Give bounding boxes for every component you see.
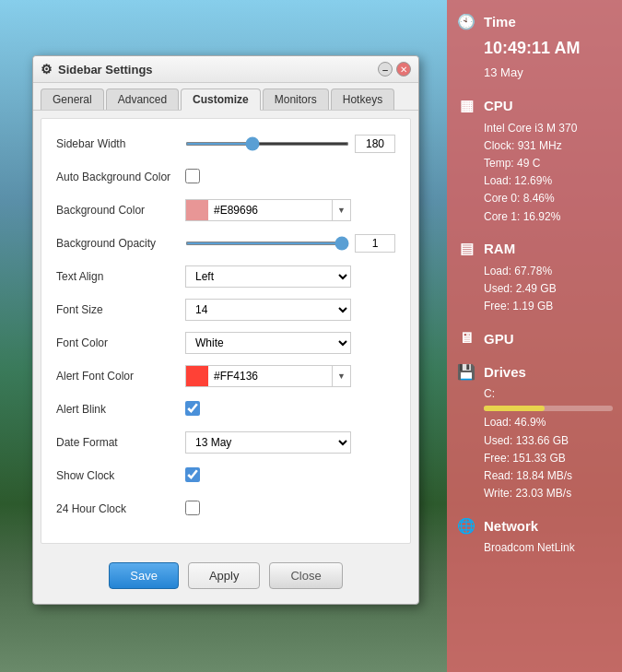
alert-font-color-hex: #FF4136 bbox=[208, 370, 332, 383]
bg-opacity-row: Background Opacity 1 bbox=[56, 231, 395, 255]
font-color-select[interactable]: White Black Red Blue bbox=[185, 332, 351, 354]
drive-progress-bar bbox=[484, 406, 613, 411]
text-align-select[interactable]: Left Center Right bbox=[185, 265, 351, 288]
alert-font-color-control: #FF4136 ▼ bbox=[185, 365, 395, 387]
alert-font-color-arrow: ▼ bbox=[332, 366, 350, 386]
cpu-icon: ▦ bbox=[456, 96, 476, 116]
date-format-label: Date Format bbox=[56, 436, 185, 449]
bg-color-dropdown[interactable]: #E89696 ▼ bbox=[185, 199, 351, 221]
dialog-titlebar: ⚙ Sidebar Settings – ✕ bbox=[33, 56, 418, 83]
dialog-title-left: ⚙ Sidebar Settings bbox=[41, 62, 153, 77]
auto-bg-color-checkbox[interactable] bbox=[185, 169, 200, 183]
cpu-clock: Clock: 931 MHz bbox=[484, 137, 613, 155]
dialog-footer: Save Apply Close bbox=[33, 551, 418, 604]
sidebar-width-label: Sidebar Width bbox=[56, 137, 185, 150]
ram-load: Load: 67.78% bbox=[484, 263, 613, 280]
bg-color-hex: #E89696 bbox=[208, 204, 332, 217]
dialog-content: Sidebar Width 180 Auto Background Color … bbox=[41, 118, 411, 544]
cpu-temp: Temp: 49 C bbox=[484, 155, 613, 172]
font-size-control: 10111213 141516 bbox=[185, 299, 395, 321]
show-clock-row: Show Clock bbox=[56, 464, 395, 488]
show-clock-checkbox[interactable] bbox=[185, 467, 200, 482]
font-color-row: Font Color White Black Red Blue bbox=[56, 331, 395, 355]
time-icon: 🕙 bbox=[456, 11, 476, 31]
ram-used: Used: 2.49 GB bbox=[484, 280, 613, 298]
hour-clock-label: 24 Hour Clock bbox=[56, 502, 185, 515]
drives-header: 💾 Drives bbox=[456, 361, 613, 382]
sidebar-gpu-section: 🖥 GPU bbox=[456, 328, 613, 348]
show-clock-label: Show Clock bbox=[56, 469, 185, 482]
bg-opacity-control: 1 bbox=[185, 234, 395, 253]
gpu-icon: 🖥 bbox=[456, 328, 476, 348]
alert-blink-label: Alert Blink bbox=[56, 403, 185, 416]
close-dialog-button[interactable]: ✕ bbox=[396, 62, 411, 77]
text-align-control: Left Center Right bbox=[185, 265, 395, 288]
network-label: Network bbox=[484, 518, 538, 534]
sidebar-panel: 🕙 Time 10:49:11 AM 13 May ▦ CPU Intel Co… bbox=[447, 0, 622, 672]
time-date: 13 May bbox=[484, 64, 613, 83]
time-value: 10:49:11 AM bbox=[484, 35, 613, 62]
font-size-select[interactable]: 10111213 141516 bbox=[185, 299, 351, 321]
cpu-model: Intel Core i3 M 370 bbox=[484, 120, 613, 137]
hour-clock-checkbox[interactable] bbox=[185, 501, 200, 515]
alert-font-color-label: Alert Font Color bbox=[56, 370, 185, 383]
show-clock-control bbox=[185, 467, 395, 485]
sidebar-width-slider[interactable] bbox=[185, 142, 349, 146]
date-format-select[interactable]: 13 May May 13 13/05 05/13 bbox=[185, 431, 351, 454]
alert-blink-checkbox[interactable] bbox=[185, 401, 200, 416]
network-header: 🌐 Network bbox=[456, 515, 613, 536]
gpu-label: GPU bbox=[484, 331, 514, 347]
bg-color-control: #E89696 ▼ bbox=[185, 199, 395, 221]
cpu-core0: Core 0: 8.46% bbox=[484, 190, 613, 207]
sidebar-drives-section: 💾 Drives C: Load: 46.9% Used: 133.66 GB … bbox=[456, 361, 613, 502]
auto-bg-color-control bbox=[185, 169, 395, 186]
drives-free: Free: 151.33 GB bbox=[484, 450, 613, 467]
bg-color-label: Background Color bbox=[56, 204, 185, 217]
font-size-row: Font Size 10111213 141516 bbox=[56, 298, 395, 322]
drive-progress-fill bbox=[484, 406, 545, 411]
save-button[interactable]: Save bbox=[109, 562, 179, 589]
ram-free: Free: 1.19 GB bbox=[484, 298, 613, 315]
time-header: 🕙 Time bbox=[456, 11, 613, 31]
bg-color-row: Background Color #E89696 ▼ bbox=[56, 198, 395, 222]
text-align-label: Text Align bbox=[56, 270, 185, 283]
gpu-header: 🖥 GPU bbox=[456, 328, 613, 348]
apply-button[interactable]: Apply bbox=[188, 562, 261, 589]
settings-dialog: ⚙ Sidebar Settings – ✕ General Advanced … bbox=[32, 55, 419, 605]
sidebar-network-section: 🌐 Network Broadcom NetLink bbox=[456, 515, 613, 557]
tab-customize[interactable]: Customize bbox=[181, 88, 261, 111]
bg-opacity-value: 1 bbox=[355, 234, 395, 253]
minimize-button[interactable]: – bbox=[378, 62, 393, 77]
bg-opacity-label: Background Opacity bbox=[56, 237, 185, 250]
sidebar-time-section: 🕙 Time 10:49:11 AM 13 May bbox=[456, 11, 613, 83]
close-button[interactable]: Close bbox=[269, 562, 342, 589]
drives-used: Used: 133.66 GB bbox=[484, 432, 613, 450]
gear-icon: ⚙ bbox=[41, 62, 53, 77]
tab-monitors[interactable]: Monitors bbox=[263, 88, 329, 110]
network-adapter: Broadcom NetLink bbox=[484, 539, 613, 557]
dialog-title: Sidebar Settings bbox=[58, 63, 153, 77]
alert-blink-row: Alert Blink bbox=[56, 397, 395, 421]
alert-font-color-dropdown[interactable]: #FF4136 ▼ bbox=[185, 365, 351, 387]
drives-data: C: Load: 46.9% Used: 133.66 GB Free: 151… bbox=[456, 385, 613, 502]
cpu-data: Intel Core i3 M 370 Clock: 931 MHz Temp:… bbox=[456, 120, 613, 226]
ram-data: Load: 67.78% Used: 2.49 GB Free: 1.19 GB bbox=[456, 263, 613, 316]
alert-font-color-row: Alert Font Color #FF4136 ▼ bbox=[56, 364, 395, 388]
text-align-row: Text Align Left Center Right bbox=[56, 265, 395, 289]
time-data: 10:49:11 AM 13 May bbox=[456, 35, 613, 83]
tab-advanced[interactable]: Advanced bbox=[106, 88, 179, 110]
cpu-load: Load: 12.69% bbox=[484, 172, 613, 190]
ram-label: RAM bbox=[484, 241, 515, 256]
tab-bar: General Advanced Customize Monitors Hotk… bbox=[33, 83, 418, 111]
time-label: Time bbox=[484, 14, 516, 29]
drives-icon: 💾 bbox=[456, 361, 476, 382]
font-color-label: Font Color bbox=[56, 336, 185, 349]
date-format-control: 13 May May 13 13/05 05/13 bbox=[185, 431, 395, 454]
font-size-label: Font Size bbox=[56, 303, 185, 316]
hour-clock-control bbox=[185, 501, 395, 518]
drives-write: Write: 23.03 MB/s bbox=[484, 485, 613, 502]
bg-opacity-slider[interactable] bbox=[185, 242, 349, 245]
tab-general[interactable]: General bbox=[41, 88, 104, 110]
tab-hotkeys[interactable]: Hotkeys bbox=[331, 88, 394, 110]
ram-header: ▤ RAM bbox=[456, 239, 613, 259]
